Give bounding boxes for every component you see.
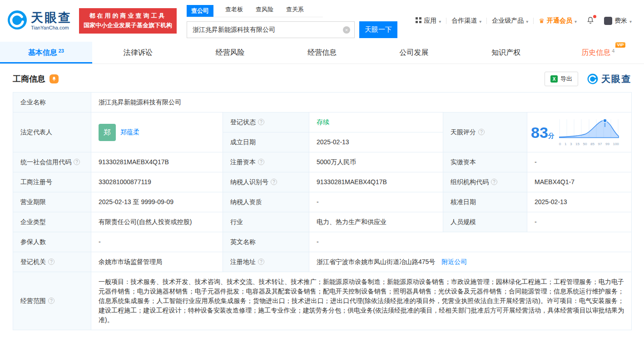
help-icon[interactable] [491, 179, 497, 185]
section-title: 工商信息 [13, 73, 45, 84]
score-cell: 83分 0131550859799100 [527, 112, 632, 152]
score-value: 83分 [531, 125, 555, 140]
help-icon[interactable] [258, 119, 264, 125]
search-tab-relation[interactable]: 查关系 [285, 4, 305, 17]
field-label-reg-number: 工商注册号 [13, 172, 91, 192]
search-tab-boss[interactable]: 查老板 [224, 4, 244, 17]
help-icon[interactable] [258, 159, 264, 165]
menu-open-vip[interactable]: 开通会员 [534, 17, 582, 25]
field-label-paid-capital: 实缴资本 [443, 152, 527, 172]
table-row: 法定代表人 郑 郑蕴柔 登记状态 存续 天眼评分 83分 [13, 112, 632, 132]
tab-operation-info-label: 经营信息 [307, 48, 337, 58]
help-icon[interactable] [271, 179, 277, 185]
tab-history-info-label: 历史信息 [581, 48, 610, 58]
reg-address-value: 浙江省宁波市余姚市凤山街道冶山路475号 [317, 258, 435, 265]
search-input[interactable] [187, 22, 354, 38]
approval-date-value: 2025-02-13 [527, 192, 632, 212]
promo-banner: 都在用的商业查询工具 国家中小企业发展子基金旗下机构 [79, 8, 177, 34]
logo-title: 天眼查 [31, 11, 72, 24]
section-header: 工商信息 导出 天眼查 [13, 72, 631, 86]
company-name-value: 浙江兆昇新能源科技有限公司 [91, 93, 632, 112]
field-label-company-type: 企业类型 [13, 212, 91, 232]
nearby-companies-link[interactable]: 附近公司 [441, 258, 467, 265]
tianyancha-watermark-icon [587, 73, 598, 84]
table-row: 工商注册号 330281000877119 纳税人识别号 91330281MAE… [13, 172, 632, 192]
logo-domain: TianYanCha.com [31, 25, 72, 30]
top-header: 天眼查 TianYanCha.com 都在用的商业查询工具 国家中小企业发展子基… [0, 0, 644, 42]
search-area: 查公司 查老板 查风险 查关系 天眼一下 [187, 4, 397, 38]
help-icon[interactable] [48, 298, 54, 304]
status-badge: 存续 [317, 118, 329, 126]
search-button[interactable]: 天眼一下 [359, 21, 397, 38]
tab-operation-risk-label: 经营风险 [215, 48, 244, 58]
reg-status-value: 存续 [309, 112, 443, 132]
taxpayer-quality-value: - [309, 192, 443, 212]
field-label-staff-size: 人员规模 [443, 212, 527, 232]
chevron-down-icon [575, 17, 577, 24]
clear-search-icon[interactable] [343, 26, 350, 34]
business-scope-value: 一般项目：技术服务、技术开发、技术咨询、技术交流、技术转让、技术推广；新能源原动… [91, 272, 632, 330]
menu-apps[interactable]: 应用 [411, 17, 446, 25]
help-icon[interactable] [48, 259, 54, 265]
user-avatar [604, 17, 612, 25]
tianyancha-logo[interactable]: 天眼查 TianYanCha.com [7, 10, 72, 32]
menu-partners[interactable]: 合作渠道 [446, 17, 486, 25]
field-label-taxpayer-id: 纳税人识别号 [223, 172, 309, 192]
staff-size-value: - [527, 212, 632, 232]
menu-enterprise[interactable]: 企业级产品 [487, 17, 533, 25]
menu-user-label: 费米 [614, 17, 627, 25]
menu-apps-label: 应用 [424, 17, 436, 25]
table-row: 企业类型 有限责任公司(自然人投资或控股) 行业 电力、热力生产和供应业 人员规… [13, 212, 632, 232]
table-row: 经营范围 一般项目：技术服务、技术开发、技术咨询、技术交流、技术转让、技术推广；… [13, 272, 632, 330]
table-row: 统一社会信用代码 91330281MAEBX4Q17B 注册资本 5000万人民… [13, 152, 632, 172]
menu-user[interactable]: 费米 [599, 17, 637, 25]
field-label-establish-date: 成立日期 [223, 132, 309, 152]
field-label-reg-address: 注册地址 [223, 252, 309, 272]
search-tab-company[interactable]: 查公司 [187, 5, 213, 17]
tab-operation-risk[interactable]: 经营风险 [184, 42, 276, 63]
banner-line2: 国家中小企业发展子基金旗下机构 [84, 21, 172, 30]
main-content: 工商信息 导出 天眼查 企业名称 浙江兆昇新能源科技有限公司 法定代表人 [0, 72, 644, 330]
table-row: 参保人数 - 英文名称 - [13, 232, 632, 252]
notification-bell-icon[interactable] [582, 16, 599, 26]
tab-basic-info[interactable]: 基本信息23 [0, 42, 92, 63]
field-label-insured-count: 参保人数 [13, 232, 91, 252]
help-icon[interactable] [478, 129, 485, 135]
menu-enterprise-label: 企业级产品 [492, 17, 524, 25]
field-label-approval-date: 核准日期 [443, 192, 527, 212]
tab-legal-litigation[interactable]: 法律诉讼 [92, 42, 184, 63]
field-label-org-code: 组织机构代码 [443, 172, 527, 192]
field-label-reg-status: 登记状态 [223, 112, 309, 132]
banner-line1: 都在用的商业查询工具 [84, 11, 172, 21]
export-button-label: 导出 [560, 75, 572, 83]
grid-icon [416, 17, 421, 24]
tab-operation-info[interactable]: 经营信息 [276, 42, 368, 63]
help-icon[interactable] [74, 159, 80, 165]
monitor-bell-icon[interactable] [50, 74, 59, 83]
search-tab-risk[interactable]: 查风险 [255, 4, 274, 17]
chevron-down-icon [479, 17, 481, 24]
menu-partners-label: 合作渠道 [451, 17, 477, 25]
help-icon[interactable] [258, 259, 264, 265]
legal-rep-avatar[interactable]: 郑 [99, 124, 116, 141]
table-row: 企业名称 浙江兆昇新能源科技有限公司 [13, 93, 632, 112]
tab-company-development[interactable]: 公司发展 [368, 42, 460, 63]
search-input-wrap [187, 21, 355, 38]
field-label-taxpayer-quality: 纳税人资质 [223, 192, 309, 212]
crown-icon [539, 17, 545, 24]
tab-intellectual-property-label: 知识产权 [491, 48, 520, 58]
field-label-reg-authority: 登记机关 [13, 252, 91, 272]
field-label-score: 天眼评分 [443, 112, 527, 152]
tab-intellectual-property[interactable]: 知识产权 [460, 42, 552, 63]
establish-date-value: 2025-02-13 [309, 132, 443, 152]
legal-rep-link[interactable]: 郑蕴柔 [120, 127, 139, 137]
insured-count-value: - [91, 232, 223, 252]
tianyancha-logo-icon [7, 10, 27, 32]
table-row: 登记机关 余姚市市场监督管理局 注册地址 浙江省宁波市余姚市凤山街道冶山路475… [13, 252, 632, 272]
company-nav-tabs: 基本信息23 法律诉讼 经营风险 经营信息 公司发展 知识产权 历史信息4 VI… [0, 42, 644, 64]
business-term-value: 2025-02-13 至 9999-09-09 [91, 192, 223, 212]
reg-capital-value: 5000万人民币 [309, 152, 443, 172]
export-button[interactable]: 导出 [545, 72, 578, 86]
tab-history-info[interactable]: 历史信息4 VIP [552, 42, 644, 63]
field-label-industry: 行业 [223, 212, 309, 232]
